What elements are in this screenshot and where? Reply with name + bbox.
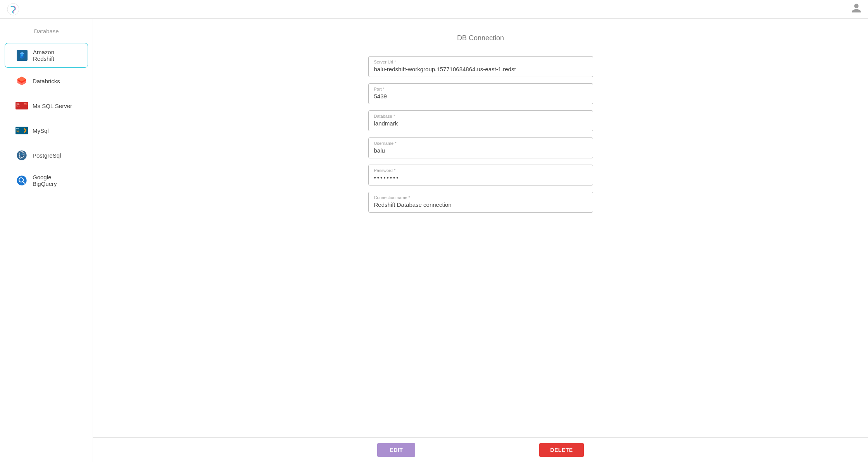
sidebar-item-databricks[interactable]: Databricks (5, 69, 88, 93)
sidebar-item-google-bigquery[interactable]: Google BigQuery (5, 168, 88, 192)
server-url-field: Server Url * (368, 56, 593, 77)
main-layout: Database Amazon Redshift (0, 19, 868, 462)
port-input[interactable] (374, 93, 587, 100)
ms-sql-server-icon: SQL Server S! (16, 100, 28, 112)
sidebar-item-ms-sql-server[interactable]: SQL Server S! Ms SQL Server (5, 94, 88, 117)
svg-text:S!: S! (24, 103, 26, 105)
password-label: Password * (374, 168, 587, 173)
svg-point-20 (17, 175, 26, 185)
sidebar-item-google-bigquery-label: Google BigQuery (33, 174, 77, 187)
navbar (0, 0, 868, 19)
connection-name-label: Connection name * (374, 195, 587, 200)
password-input[interactable] (374, 174, 587, 181)
server-url-label: Server Url * (374, 60, 587, 64)
connection-name-field: Connection name * (368, 192, 593, 213)
sidebar-item-mysql-label: MySql (33, 127, 49, 134)
svg-point-19 (21, 153, 23, 155)
svg-text:My: My (16, 128, 19, 130)
form-container: Server Url * Port * Database * (368, 56, 593, 213)
edit-button[interactable]: EDIT (377, 443, 415, 457)
database-input[interactable] (374, 120, 587, 127)
page-title: DB Connection (101, 34, 860, 42)
database-field: Database * (368, 110, 593, 131)
sidebar-item-mysql[interactable]: My SQL MySql (5, 119, 88, 142)
svg-text:SQL: SQL (17, 103, 20, 105)
google-bigquery-icon (16, 174, 28, 187)
sidebar-item-postgresql[interactable]: PostgreSql (5, 144, 88, 167)
amazon-redshift-icon (16, 49, 28, 62)
username-label: Username * (374, 141, 587, 146)
username-field: Username * (368, 137, 593, 158)
postgresql-icon (16, 149, 28, 161)
svg-text:Server: Server (17, 105, 21, 107)
content-area: DB Connection Server Url * Port * (93, 19, 868, 462)
sidebar-item-postgresql-label: PostgreSql (33, 152, 61, 159)
password-field: Password * (368, 165, 593, 185)
svg-text:SQL: SQL (16, 131, 20, 132)
mysql-icon: My SQL (16, 124, 28, 137)
databricks-icon (16, 75, 28, 87)
sidebar-title: Database (0, 28, 93, 34)
sidebar-item-amazon-redshift[interactable]: Amazon Redshift (5, 43, 88, 68)
app-logo (6, 2, 20, 16)
svg-point-2 (21, 54, 23, 57)
sidebar-item-databricks-label: Databricks (33, 78, 60, 84)
database-label: Database * (374, 114, 587, 119)
sidebar-item-ms-sql-server-label: Ms SQL Server (33, 103, 72, 109)
action-bar: EDIT DELETE (93, 437, 868, 462)
delete-button[interactable]: DELETE (539, 443, 583, 457)
username-input[interactable] (374, 147, 587, 154)
port-field: Port * (368, 83, 593, 104)
sidebar: Database Amazon Redshift (0, 19, 93, 462)
port-label: Port * (374, 87, 587, 91)
user-icon[interactable] (851, 3, 862, 16)
sidebar-item-amazon-redshift-label: Amazon Redshift (33, 49, 77, 62)
server-url-input[interactable] (374, 66, 587, 72)
content-scroll: DB Connection Server Url * Port * (93, 19, 868, 437)
connection-name-input[interactable] (374, 201, 587, 208)
